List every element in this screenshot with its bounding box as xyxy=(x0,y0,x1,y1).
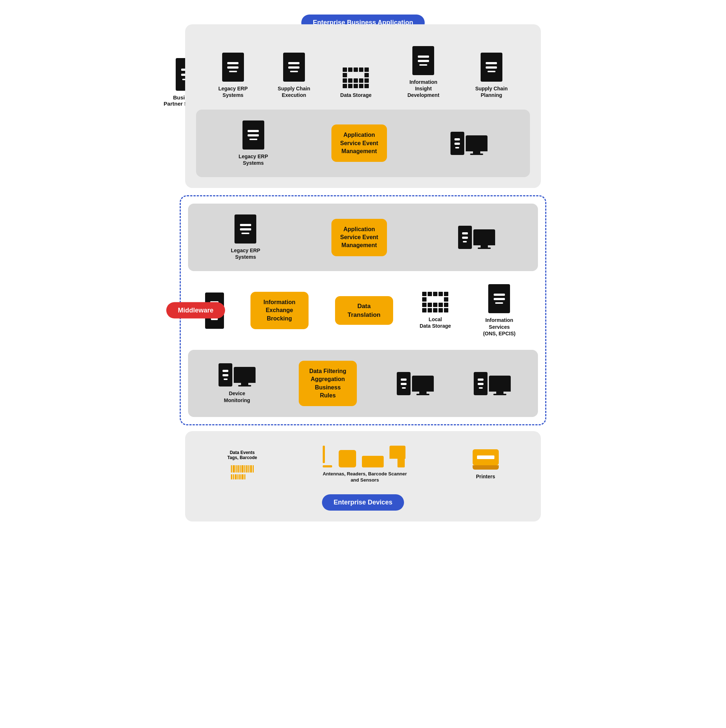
mw-middle-row: InformationExchange Brocking Data Transl… xyxy=(188,277,538,344)
middleware-badge: Middleware xyxy=(166,302,225,319)
data-storage-label: Data Storage xyxy=(340,92,371,98)
data-translation-pill: Data Translation xyxy=(335,296,393,325)
square-sensor-icon xyxy=(338,450,356,467)
mw-legacy-erp-icon xyxy=(234,214,256,243)
supply-chain-exec-label: Supply ChainExecution xyxy=(278,85,310,98)
info-services-icon xyxy=(488,284,510,313)
printer-icon xyxy=(473,449,499,470)
asem-block: ApplicationService EventManagement xyxy=(331,124,387,162)
printer-block: Printers xyxy=(473,449,499,480)
info-services-label: Information Services(ONS, EPCIS) xyxy=(477,317,521,337)
mw-bottom-subbox: Device Monitoring Data FilteringAggregat… xyxy=(188,350,538,418)
mw-asem-block: ApplicationService EventManagement xyxy=(331,219,387,256)
device-monitoring-label: Device Monitoring xyxy=(215,390,259,403)
antennas-label: Antennas, Readers, Barcode Scanner and S… xyxy=(321,471,408,483)
monitor-part xyxy=(466,135,487,155)
rect-sensor-icon xyxy=(362,456,384,467)
data-filtering-block: Data FilteringAggregationBusiness Rules xyxy=(299,361,357,407)
data-filtering-pill: Data FilteringAggregationBusiness Rules xyxy=(299,361,357,407)
mw-server-monitor-block xyxy=(458,226,495,249)
antennas-block: Antennas, Readers, Barcode Scanner and S… xyxy=(320,446,410,483)
info-services-block: Information Services(ONS, EPCIS) xyxy=(477,284,521,337)
antennas-icons xyxy=(320,446,410,467)
mw-server-monitor-icon xyxy=(458,226,495,249)
local-storage-block: LocalData Storage xyxy=(420,292,451,329)
legacy-erp-2-icon xyxy=(242,121,264,150)
info-insight-block: Information InsightDevelopment xyxy=(401,46,445,99)
server-monitor-2-block xyxy=(397,372,434,395)
device-monitoring-icon xyxy=(219,363,256,387)
middleware-wrapper: Middleware Legacy ERPSystems Application… xyxy=(163,195,563,426)
legacy-erp-2-block: Legacy ERPSystems xyxy=(239,121,268,166)
inner-grey-top: Legacy ERPSystems ApplicationService Eve… xyxy=(196,110,530,177)
info-exchange-pill: InformationExchange Brocking xyxy=(250,292,309,329)
middleware-label-wrapper: Middleware xyxy=(166,302,225,319)
asem-pill: ApplicationService EventManagement xyxy=(331,124,387,162)
ent-devices-badge: Enterprise Devices xyxy=(322,494,404,511)
data-storage-block: Data Storage xyxy=(340,67,371,98)
rfid-block: Data Events Tags, Barcode xyxy=(227,450,257,479)
info-insight-icon xyxy=(412,46,434,75)
server-part xyxy=(450,132,464,155)
scanner-gun-icon xyxy=(389,446,410,467)
server-monitor-3-block xyxy=(474,372,511,395)
ent-devices-header: Enterprise Devices xyxy=(196,494,530,511)
mw-legacy-erp-label: Legacy ERPSystems xyxy=(231,247,260,260)
legacy-erp-2-label: Legacy ERPSystems xyxy=(239,153,268,166)
antenna-icon xyxy=(320,446,333,467)
supply-chain-plan-label: Supply ChainPlanning xyxy=(475,85,507,98)
server-monitor-2-icon xyxy=(397,372,434,395)
supply-chain-plan-icon xyxy=(481,53,502,82)
legacy-erp-1-label: Legacy ERPSystems xyxy=(218,85,248,98)
mw-top-subbox: Legacy ERPSystems ApplicationService Eve… xyxy=(188,203,538,271)
mw-asem-pill: ApplicationService EventManagement xyxy=(331,219,387,256)
mw-legacy-erp-block: Legacy ERPSystems xyxy=(231,214,260,260)
local-storage-label: LocalData Storage xyxy=(420,316,451,329)
enterprise-devices-section: Data Events Tags, Barcode xyxy=(185,431,541,522)
rfid-icon xyxy=(231,465,254,479)
eba-section: Legacy ERPSystems Supply ChainExecution xyxy=(185,24,541,188)
eba-icons-row: Legacy ERPSystems Supply ChainExecution xyxy=(196,35,530,106)
info-exchange-block: InformationExchange Brocking xyxy=(250,292,309,329)
diagram-root: Business Partner Systems Enterprise Busi… xyxy=(163,15,563,522)
local-storage-icon xyxy=(422,292,448,312)
rfid-label1: Data Events xyxy=(227,450,257,455)
enterprise-devices-row: Data Events Tags, Barcode xyxy=(196,442,530,491)
legacy-erp-1-block: Legacy ERPSystems xyxy=(218,53,248,98)
data-storage-icon xyxy=(343,67,369,88)
server-monitor-1-block xyxy=(450,132,487,155)
middleware-dashed-box: Legacy ERPSystems ApplicationService Eve… xyxy=(180,195,546,426)
server-monitor-1-icon xyxy=(450,132,487,155)
printers-label: Printers xyxy=(476,473,495,480)
supply-chain-plan-block: Supply ChainPlanning xyxy=(475,53,507,98)
supply-chain-exec-block: Supply ChainExecution xyxy=(278,53,310,98)
info-insight-label: Information InsightDevelopment xyxy=(401,79,445,99)
rfid-labels: Data Events Tags, Barcode xyxy=(227,450,257,460)
supply-chain-exec-icon xyxy=(283,53,305,82)
server-monitor-3-icon xyxy=(474,372,511,395)
device-monitoring-block: Device Monitoring xyxy=(215,363,259,403)
data-translation-block: Data Translation xyxy=(335,296,393,325)
legacy-erp-1-icon xyxy=(222,53,244,82)
rfid-label2: Tags, Barcode xyxy=(227,455,257,460)
